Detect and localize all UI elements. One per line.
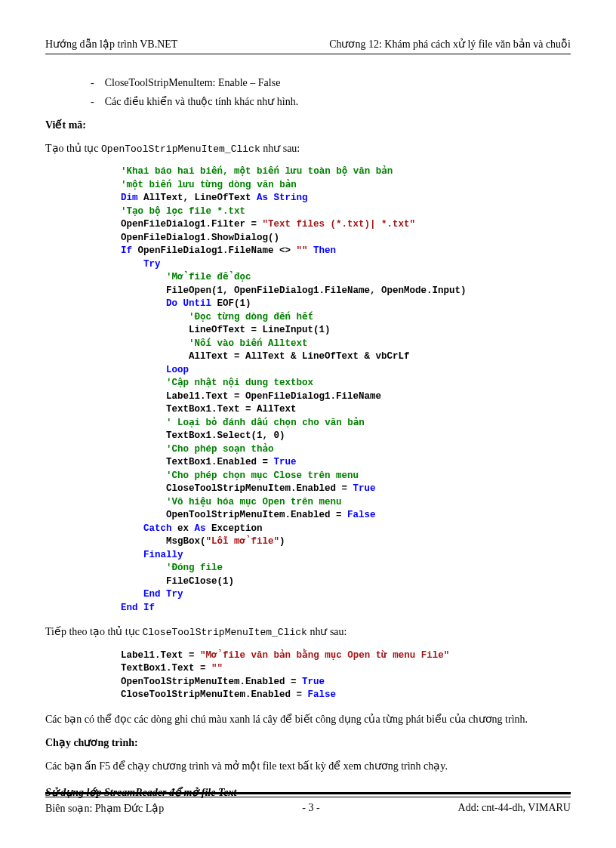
code-text: LineOfText = LineInput(1) [189, 325, 331, 335]
code-keyword: False [347, 510, 376, 520]
code-comment: 'Đọc từng dòng đến hết [189, 312, 313, 322]
code-text: OpenToolStripMenuItem.Enabled = [121, 677, 302, 687]
code-comment: 'Cho phép soạn thảo [166, 444, 274, 455]
code-block-close: Label1.Text = "Mở file văn bản bằng mục … [121, 649, 571, 702]
bullet-item: Các điều khiển và thuộc tính khác như hì… [91, 95, 571, 108]
code-comment: 'Đóng file [166, 563, 223, 573]
code-keyword: True [274, 457, 297, 467]
code-keyword: Do [166, 298, 177, 309]
code-comment: 'Vô hiệu hóa mục Open trên menu [166, 497, 342, 507]
code-text: TextBox1.Select(1, 0) [166, 430, 285, 441]
footer-right: Add: cnt-44-dh, VIMARU [458, 802, 571, 815]
code-comment: ' Loại bỏ đánh dấu chọn cho văn bản [166, 418, 365, 428]
code-text: OpenFileDialog1.Filter = [121, 219, 263, 230]
code-text: Label1.Text = OpenFileDialog1.FileName [166, 391, 381, 402]
code-comment: 'Nối vào biến Alltext [189, 338, 308, 349]
footer-left: Biên soạn: Phạm Đức Lập [45, 802, 164, 815]
code-keyword: False [308, 689, 337, 700]
code-inline: OpenToolStripMenuItem_Click [101, 143, 260, 155]
header-right: Chương 12: Khám phá cách xử lý file văn … [329, 38, 571, 51]
text: như sau: [307, 626, 347, 637]
code-keyword: If [143, 603, 155, 613]
paragraph: Tạo thủ tục OpenToolStripMenuItem_Click … [45, 139, 571, 158]
code-keyword: Until [183, 298, 212, 309]
footer-rule [45, 792, 571, 797]
header-left: Hướng dẫn lập trình VB.NET [45, 38, 177, 51]
bullet-text: CloseToolStripMenuItem: Enable – False [105, 77, 281, 88]
code-keyword: Try [143, 259, 161, 270]
code-keyword: As [195, 523, 206, 534]
code-string: "Mở file văn bản bằng mục Open từ menu F… [200, 650, 449, 661]
code-text [161, 589, 167, 600]
code-text: ) [279, 536, 285, 547]
code-text: AllText, LineOfText [138, 193, 257, 203]
code-keyword: True [353, 483, 376, 494]
code-text: Exception [206, 523, 263, 534]
code-text: AllText = AllText & LineOfText & vbCrLf [189, 351, 410, 362]
bullet-text: Các điều khiển và thuộc tính khác như hì… [105, 96, 298, 107]
page-footer: Biên soạn: Phạm Đức Lập - 3 - Add: cnt-4… [45, 792, 571, 815]
code-text: TextBox1.Text = [121, 663, 211, 674]
code-keyword: If [121, 245, 132, 256]
code-string: "" [211, 663, 223, 674]
section-title-run-program: Chạy chương trình: [45, 736, 571, 749]
code-keyword: String [274, 193, 308, 203]
text: như sau: [260, 143, 300, 154]
code-string: "Text files (*.txt)| *.txt" [263, 219, 416, 230]
code-keyword: Catch [143, 523, 172, 534]
code-keyword: True [302, 677, 325, 687]
page-header: Hướng dẫn lập trình VB.NET Chương 12: Kh… [45, 38, 571, 54]
code-comment: 'Mở file để đọc [166, 272, 251, 282]
code-text: EOF(1) [211, 298, 251, 309]
code-text [268, 193, 274, 203]
footer-line: Biên soạn: Phạm Đức Lập - 3 - Add: cnt-4… [45, 802, 571, 815]
code-keyword: Then [313, 245, 336, 256]
footer-center: - 3 - [302, 802, 319, 815]
code-text: TextBox1.Enabled = [166, 457, 274, 467]
text: Tạo thủ tục [45, 143, 101, 154]
paragraph: Các bạn ấn F5 để chạy chương trình và mở… [45, 757, 571, 776]
bullet-list: CloseToolStripMenuItem: Enable – False C… [91, 77, 571, 108]
code-comment: 'một biến lưu từng dòng văn bản [121, 180, 297, 190]
page: Hướng dẫn lập trình VB.NET Chương 12: Kh… [0, 0, 616, 848]
code-text: OpenToolStripMenuItem.Enabled = [166, 510, 347, 520]
code-text: MsgBox( [166, 536, 206, 547]
text: Tiếp theo tạo thủ tục [45, 626, 142, 637]
paragraph: Tiếp theo tạo thủ tục CloseToolStripMenu… [45, 622, 571, 641]
code-keyword: Loop [166, 365, 189, 375]
code-keyword: Try [166, 589, 183, 600]
section-title-write-code: Viết mã: [45, 119, 571, 131]
code-keyword: Finally [143, 550, 183, 560]
paragraph: Các bạn có thể đọc các dòng ghi chú màu … [45, 710, 571, 729]
code-inline: CloseToolStripMenuItem_Click [142, 627, 306, 638]
code-keyword: Dim [121, 193, 138, 203]
code-text: TextBox1.Text = AllText [166, 404, 297, 415]
code-text [138, 603, 144, 613]
code-text: Label1.Text = [121, 650, 200, 661]
code-text: CloseToolStripMenuItem.Enabled = [121, 689, 308, 700]
code-keyword: As [257, 193, 268, 203]
code-text: OpenFileDialog1.ShowDialog() [121, 233, 279, 243]
code-string: "" [297, 245, 308, 256]
code-comment: 'Tạo bộ lọc file *.txt [121, 206, 245, 217]
code-text: FileOpen(1, OpenFileDialog1.FileName, Op… [166, 285, 467, 296]
code-text [177, 298, 183, 309]
code-text: OpenFileDialog1.FileName <> [132, 245, 297, 256]
code-comment: 'Khai báo hai biến, một biến lưu toàn bộ… [121, 166, 393, 177]
code-text: ex [172, 523, 195, 534]
code-comment: 'Cho phép chọn mục Close trên menu [166, 470, 359, 481]
code-block-open: 'Khai báo hai biến, một biến lưu toàn bộ… [121, 165, 571, 615]
code-comment: 'Cập nhật nội dung textbox [166, 378, 313, 388]
code-text [308, 245, 314, 256]
code-keyword: End [121, 603, 138, 613]
code-string: "Lỗi mở file" [206, 536, 280, 547]
code-text: CloseToolStripMenuItem.Enabled = [166, 483, 353, 494]
bullet-item: CloseToolStripMenuItem: Enable – False [91, 77, 571, 89]
code-keyword: End [143, 589, 161, 600]
code-text: FileClose(1) [166, 576, 234, 587]
